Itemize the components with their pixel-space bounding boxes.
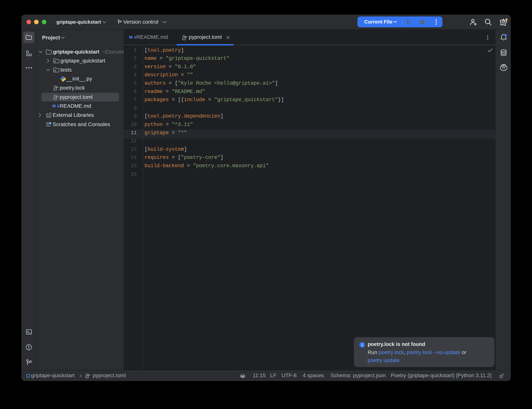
svg-text:M: M — [52, 104, 56, 108]
svg-text:[T]: [T] — [54, 88, 56, 90]
svg-text:[T]: [T] — [54, 97, 56, 100]
svg-text:M: M — [129, 35, 133, 40]
svg-text:[T]: [T] — [86, 376, 88, 378]
svg-text:[T]: [T] — [183, 38, 185, 40]
